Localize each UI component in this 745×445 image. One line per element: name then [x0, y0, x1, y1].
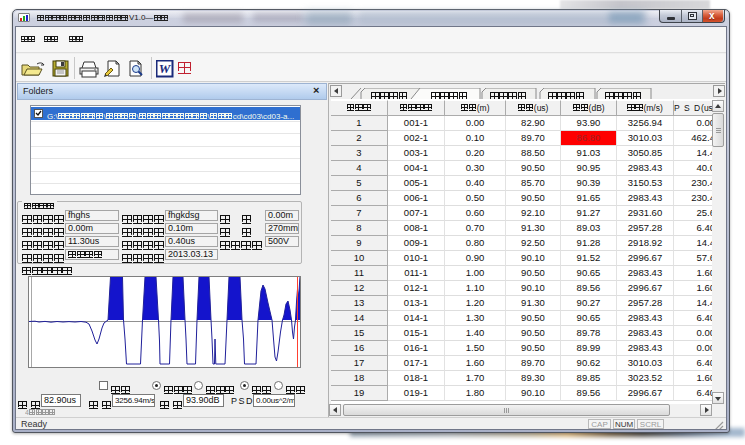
svg-text:W: W — [159, 61, 172, 76]
